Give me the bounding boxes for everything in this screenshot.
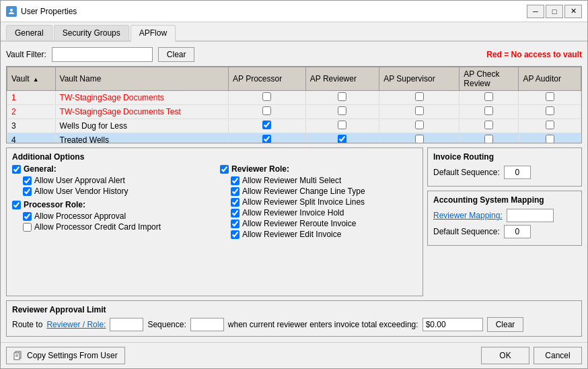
accounting-seq-input[interactable]: [504, 225, 531, 238]
ap-check-review-cell: [460, 91, 519, 105]
col-ap-supervisor[interactable]: AP Supervisor: [379, 67, 460, 91]
col-vault[interactable]: Vault ▲: [7, 67, 56, 91]
right-col: Reviewer Role: Allow Reviewer Multi Sele…: [220, 164, 417, 243]
ap-auditor-checkbox[interactable]: [546, 121, 554, 129]
red-note: Red = No access to vault: [486, 50, 582, 59]
allow-reviewer-multi-select-checkbox[interactable]: [231, 176, 240, 185]
ap-reviewer-checkbox[interactable]: [338, 135, 346, 143]
col-ap-check-review[interactable]: AP CheckReview: [460, 67, 519, 91]
col-ap-processor[interactable]: AP Processor: [229, 67, 306, 91]
ap-auditor-checkbox[interactable]: [546, 106, 554, 115]
tab-general[interactable]: General: [6, 25, 52, 40]
ok-button[interactable]: OK: [481, 347, 529, 364]
restore-button[interactable]: □: [546, 5, 563, 18]
reviewer-checkbox[interactable]: [220, 165, 229, 174]
window-controls: ─ □ ✕: [527, 5, 582, 18]
allow-user-vendor-history-checkbox[interactable]: [23, 187, 32, 196]
footer: Copy Settings From User OK Cancel: [1, 342, 587, 368]
tab-bar: General Security Groups APFlow: [1, 22, 587, 42]
minimize-button[interactable]: ─: [527, 5, 544, 18]
allow-reviewer-invoice-hold-checkbox[interactable]: [231, 209, 240, 217]
reviewer-mapping-row: Reviewer Mapping:: [433, 209, 576, 222]
reviewer-mapping-label[interactable]: Reviewer Mapping:: [433, 211, 503, 220]
tab-security-groups[interactable]: Security Groups: [54, 25, 129, 40]
option-reviewer-split-invoice: Allow Reviewer Split Invoice Lines: [231, 197, 417, 207]
table-row[interactable]: 4Treated Wells: [7, 133, 581, 144]
app-icon: [6, 6, 17, 17]
additional-options-title: Additional Options: [12, 152, 417, 162]
reviewer-role-input[interactable]: [110, 318, 143, 331]
vault-filter-input[interactable]: [52, 47, 153, 62]
allow-processor-approval-checkbox[interactable]: [23, 212, 32, 221]
copy-settings-button[interactable]: Copy Settings From User: [6, 347, 125, 364]
ap-check-review-checkbox[interactable]: [484, 92, 493, 101]
tab-apflow[interactable]: APFlow: [131, 25, 176, 42]
ap-supervisor-checkbox[interactable]: [415, 106, 424, 115]
option-reviewer-change-line: Allow Reviewer Change Line Type: [231, 187, 417, 196]
invoice-routing-seq-input[interactable]: [504, 166, 531, 179]
reviewer-group-label: Reviewer Role:: [220, 164, 417, 174]
col-vault-name[interactable]: Vault Name: [55, 67, 228, 91]
ap-processor-checkbox[interactable]: [262, 135, 271, 143]
vault-filter-clear-button[interactable]: Clear: [158, 47, 195, 62]
allow-user-approval-alert-checkbox[interactable]: [23, 176, 32, 185]
table-row[interactable]: 3Wells Dug for Less: [7, 119, 581, 133]
allow-reviewer-split-invoice-label: Allow Reviewer Split Invoice Lines: [242, 197, 365, 207]
ap-supervisor-checkbox[interactable]: [415, 121, 424, 129]
copy-icon: [13, 351, 23, 360]
close-button[interactable]: ✕: [564, 5, 582, 18]
approval-clear-button[interactable]: Clear: [487, 317, 524, 332]
option-reviewer-edit-invoice: Allow Reviewer Edit Invoice: [231, 230, 417, 239]
additional-options-panel: Additional Options General: Allow User A…: [6, 147, 423, 296]
ap-supervisor-checkbox[interactable]: [415, 135, 424, 143]
reviewer-approval-limit: Reviewer Approval Limit Route to Reviewe…: [6, 300, 582, 337]
reviewer-approval-title: Reviewer Approval Limit: [12, 305, 576, 314]
copy-settings-label: Copy Settings From User: [27, 351, 118, 360]
ap-check-review-checkbox[interactable]: [484, 135, 493, 143]
allow-reviewer-reroute-label: Allow Reviewer Reroute Invoice: [242, 219, 356, 228]
ap-processor-checkbox[interactable]: [262, 121, 271, 129]
col-ap-reviewer[interactable]: AP Reviewer: [305, 67, 379, 91]
sequence-input[interactable]: [190, 318, 224, 331]
ap-processor-checkbox[interactable]: [262, 92, 271, 101]
ap-processor-checkbox[interactable]: [262, 106, 271, 115]
reviewer-role-link[interactable]: Reviewer / Role:: [46, 320, 106, 329]
ap-auditor-checkbox[interactable]: [546, 92, 554, 101]
ap-supervisor-cell: [379, 119, 460, 133]
allow-reviewer-change-line-checkbox[interactable]: [231, 187, 240, 196]
general-checkbox[interactable]: [12, 165, 21, 174]
ap-reviewer-cell: [305, 105, 379, 119]
vault-filter-label: Vault Filter:: [6, 50, 46, 59]
table-row[interactable]: 2TW-StagingSage Documents Test: [7, 105, 581, 119]
ap-reviewer-cell: [305, 91, 379, 105]
ap-supervisor-cell: [379, 91, 460, 105]
ap-check-review-checkbox[interactable]: [484, 106, 493, 115]
vault-name-cell: TW-StagingSage Documents: [55, 91, 228, 105]
allow-processor-credit-card-checkbox[interactable]: [23, 223, 32, 232]
ap-check-review-checkbox[interactable]: [484, 121, 493, 129]
invoice-routing-seq-row: Default Sequence:: [433, 166, 576, 179]
allow-reviewer-edit-invoice-checkbox[interactable]: [231, 230, 240, 239]
ap-reviewer-cell: [305, 133, 379, 144]
processor-group: Processor Role: Allow Processor Approval…: [12, 200, 209, 232]
allow-reviewer-split-invoice-checkbox[interactable]: [231, 198, 240, 207]
table-header-row: Vault ▲ Vault Name AP Processor AP Revie…: [7, 67, 581, 91]
col-ap-auditor[interactable]: AP Auditor: [519, 67, 581, 91]
cancel-button[interactable]: Cancel: [534, 347, 582, 364]
ap-supervisor-checkbox[interactable]: [415, 92, 424, 101]
ap-reviewer-checkbox[interactable]: [338, 121, 346, 129]
vault-name-cell: Wells Dug for Less: [55, 119, 228, 133]
ap-auditor-checkbox[interactable]: [546, 135, 554, 143]
vault-cell: 4: [7, 133, 56, 144]
reviewer-mapping-input[interactable]: [507, 209, 554, 222]
table-row[interactable]: 1TW-StagingSage Documents: [7, 91, 581, 105]
processor-checkbox[interactable]: [12, 201, 21, 209]
vault-name-cell: TW-StagingSage Documents Test: [55, 105, 228, 119]
vault-table-container: Vault ▲ Vault Name AP Processor AP Revie…: [6, 66, 582, 143]
allow-reviewer-reroute-checkbox[interactable]: [231, 220, 240, 228]
title-bar: User Properties ─ □ ✕: [1, 1, 587, 22]
ap-reviewer-checkbox[interactable]: [338, 106, 346, 115]
amount-input[interactable]: [422, 318, 483, 331]
ap-processor-cell: [229, 105, 306, 119]
ap-reviewer-checkbox[interactable]: [338, 92, 346, 101]
